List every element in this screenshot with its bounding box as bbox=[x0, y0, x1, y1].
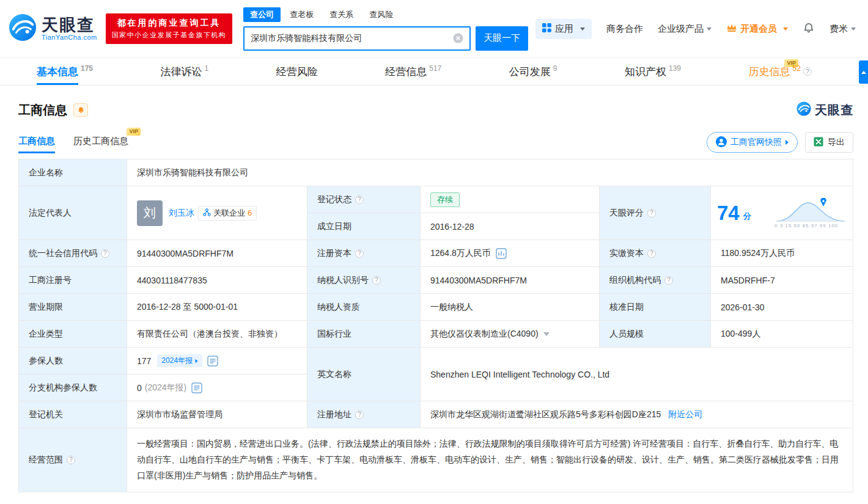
nav-open-vip[interactable]: 开通会员 bbox=[726, 23, 788, 35]
legal-rep-avatar[interactable]: 刘 bbox=[137, 200, 163, 226]
help-icon[interactable]: ? bbox=[67, 456, 75, 464]
help-icon[interactable]: ? bbox=[664, 276, 673, 285]
search-input[interactable] bbox=[251, 34, 453, 43]
nav-business-cooperation[interactable]: 商务合作 bbox=[606, 23, 643, 35]
export-button[interactable]: 导出 bbox=[805, 132, 853, 153]
value-text: 177 bbox=[137, 356, 151, 366]
tab-count: 9 bbox=[553, 64, 557, 73]
tag-text: 2024年报 bbox=[161, 356, 193, 366]
nav-enterprise-products[interactable]: 企业级产品 bbox=[658, 23, 712, 35]
field-value-score[interactable]: 74 分 0 3 15 50 85 97 99 100 bbox=[711, 186, 853, 240]
field-value-business-term: 2016-12-28 至 5000-01-01 bbox=[127, 294, 307, 321]
crown-icon bbox=[726, 23, 737, 34]
help-icon[interactable]: ? bbox=[647, 209, 656, 217]
capital-change-icon[interactable] bbox=[496, 248, 507, 259]
tab-history-info[interactable]: VIP 历史信息 52 ? bbox=[749, 58, 812, 85]
arrow-right-icon bbox=[196, 359, 198, 362]
tab-label: 公司发展 bbox=[509, 65, 551, 79]
watermark-logo-icon bbox=[796, 101, 811, 119]
tab-basic-info[interactable]: 基本信息 175 bbox=[37, 58, 93, 85]
field-value-paid-capital: 1180.9524万人民币 bbox=[711, 240, 853, 267]
help-icon[interactable]: ? bbox=[355, 195, 364, 204]
search-tab-relation[interactable]: 查关系 bbox=[323, 7, 360, 22]
business-info-table: 企业名称 深圳市乐骑智能科技有限公司 法定代表人 刘 刘玉冰 关联企业 6 登记… bbox=[18, 159, 853, 492]
help-icon[interactable]: ? bbox=[803, 67, 812, 76]
chevron-down-icon bbox=[580, 27, 585, 31]
tab-company-development[interactable]: 公司发展 9 bbox=[509, 58, 557, 85]
annual-report-icon[interactable] bbox=[191, 382, 202, 393]
field-value-branch-insured: 0 (2024年报) bbox=[127, 374, 307, 401]
clear-search-icon[interactable] bbox=[453, 33, 463, 43]
tab-label: 知识产权 bbox=[625, 65, 666, 79]
field-label-legal-rep: 法定代表人 bbox=[19, 186, 127, 240]
tab-count: 52 bbox=[793, 64, 801, 73]
field-label-approve-date: 核准日期 bbox=[600, 294, 711, 321]
label-text: 天眼评分 bbox=[609, 208, 644, 219]
field-value-company-name: 深圳市乐骑智能科技有限公司 bbox=[127, 159, 853, 186]
search-button[interactable]: 天眼一下 bbox=[476, 26, 528, 51]
tab-operation-risk[interactable]: 经营风险 bbox=[276, 58, 318, 85]
help-icon[interactable]: ? bbox=[355, 411, 364, 419]
nearby-companies-link[interactable]: 附近公司 bbox=[668, 409, 702, 420]
subtab-label: 历史工商信息 bbox=[73, 136, 128, 146]
search-tab-boss[interactable]: 查老板 bbox=[283, 7, 320, 22]
field-value-insured-count: 177 2024年报 bbox=[127, 348, 307, 374]
tab-label: 法律诉讼 bbox=[161, 65, 202, 79]
field-label-business-term: 营业期限 bbox=[19, 294, 127, 321]
tab-count: 175 bbox=[81, 64, 93, 73]
apps-grid-icon bbox=[542, 23, 551, 34]
subtab-business-info[interactable]: 工商信息 bbox=[18, 136, 55, 153]
field-label-staff-size: 人员规模 bbox=[600, 321, 711, 348]
chevron-down-icon bbox=[783, 27, 788, 31]
annual-report-tag[interactable]: 2024年报 bbox=[157, 354, 202, 367]
scroll-top-widget[interactable] bbox=[859, 60, 868, 84]
tianyancha-logo-icon bbox=[9, 13, 37, 44]
score-pin-icon bbox=[820, 198, 826, 206]
field-label-industry: 国标行业 bbox=[307, 321, 421, 348]
field-label-company-name: 企业名称 bbox=[19, 159, 127, 186]
field-value-reg-capital: 1264.8万人民币 bbox=[421, 240, 600, 267]
status-badge: 存续 bbox=[430, 192, 460, 207]
field-value-taxpayer-id: 91440300MA5DRFHF7M bbox=[421, 267, 600, 294]
help-icon[interactable]: ? bbox=[372, 276, 381, 285]
search-tab-risk[interactable]: 查风险 bbox=[362, 7, 400, 22]
nav-apps[interactable]: 应用 bbox=[535, 19, 592, 39]
subtab-history-business-info[interactable]: VIP 历史工商信息 bbox=[73, 136, 128, 153]
related-companies-tag[interactable]: 关联企业 6 bbox=[198, 206, 257, 221]
help-icon[interactable]: ? bbox=[101, 249, 109, 258]
tab-operation-info[interactable]: 经营信息 517 bbox=[385, 58, 441, 85]
official-snapshot-button[interactable]: 工商官网快照 bbox=[707, 132, 798, 153]
tab-intellectual-property[interactable]: 知识产权 139 bbox=[625, 58, 681, 85]
value-text: 1264.8万人民币 bbox=[430, 248, 491, 259]
tab-count: 1 bbox=[205, 64, 209, 73]
chevron-down-icon[interactable] bbox=[543, 332, 550, 336]
nav-user-menu[interactable]: 费米 bbox=[829, 23, 856, 35]
arrow-right-icon bbox=[785, 140, 789, 145]
annual-report-icon[interactable] bbox=[207, 356, 218, 367]
field-label-reg-authority: 登记机关 bbox=[19, 401, 127, 428]
export-label: 导出 bbox=[828, 137, 845, 148]
vip-badge: VIP bbox=[127, 128, 141, 136]
tianyancha-logo[interactable]: 天眼查 TianYanCha.com bbox=[9, 13, 97, 44]
tab-legal-litigation[interactable]: 法律诉讼 1 bbox=[161, 58, 209, 85]
field-label-paid-capital: 实缴资本 ? bbox=[600, 240, 711, 267]
search-box[interactable] bbox=[243, 26, 471, 51]
notification-bell-icon[interactable] bbox=[803, 22, 815, 36]
tab-count: 517 bbox=[429, 64, 441, 73]
search-tab-company[interactable]: 查公司 bbox=[243, 7, 281, 22]
subtabs-row: 工商信息 VIP 历史工商信息 工商官网快照 导出 bbox=[18, 132, 853, 156]
value-text: 其他仪器仪表制造业(C4090) bbox=[430, 329, 539, 340]
monitor-bell-icon[interactable] bbox=[73, 103, 88, 117]
field-label-english-name: 英文名称 bbox=[307, 348, 421, 401]
field-label-address: 注册地址 ? bbox=[307, 401, 421, 428]
annual-report-note: (2024年报) bbox=[145, 382, 186, 393]
label-text: 经营范围 bbox=[29, 455, 63, 466]
search-tabs: 查公司 查老板 查关系 查风险 bbox=[243, 7, 528, 22]
help-icon[interactable]: ? bbox=[647, 249, 656, 258]
field-value-credit-code: 91440300MA5DRFHF7M bbox=[127, 240, 307, 267]
legal-rep-name-link[interactable]: 刘玉冰 bbox=[169, 208, 194, 219]
help-icon[interactable]: ? bbox=[355, 249, 364, 258]
promo-line2: 国家中小企业发展子基金旗下机构 bbox=[112, 31, 227, 40]
field-value-english-name: Shenzhen LEQI Intelligent Technology CO.… bbox=[421, 348, 853, 401]
label-text: 登记状态 bbox=[317, 194, 351, 205]
